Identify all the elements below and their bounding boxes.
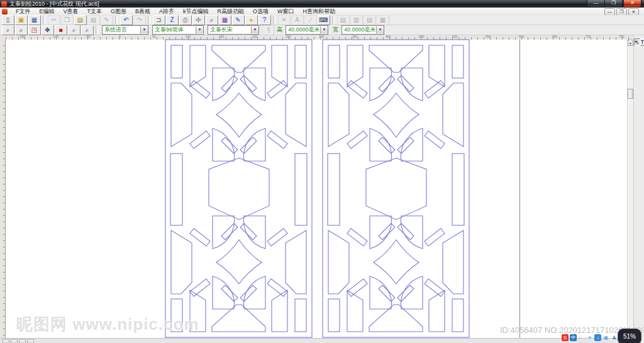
user-icon[interactable]: ♟ bbox=[611, 334, 618, 341]
lattice-panel-1[interactable] bbox=[165, 39, 313, 338]
save-icon: ▦ bbox=[31, 16, 37, 23]
engrave-pen-button[interactable]: ✎ bbox=[232, 15, 245, 25]
copy-button[interactable]: ❐ bbox=[61, 15, 74, 25]
ruler-tick-label: 300 bbox=[319, 35, 324, 38]
zoom-rect-icon: ◳ bbox=[31, 26, 37, 33]
align-justify-icon: ▦ bbox=[380, 16, 386, 23]
open-button[interactable]: ▣ bbox=[15, 15, 28, 25]
help-button[interactable]: ? bbox=[258, 15, 271, 25]
status-mini-button[interactable] bbox=[3, 339, 9, 343]
chevron-down-icon[interactable]: ▼ bbox=[140, 26, 148, 33]
vertical-ruler bbox=[0, 40, 6, 338]
chevron-down-icon[interactable]: ▼ bbox=[376, 26, 384, 33]
mirror-button[interactable]: ✕ bbox=[278, 15, 291, 25]
maximize-button[interactable]: ❐ bbox=[604, 0, 623, 8]
import-button[interactable]: ⊐ bbox=[153, 15, 165, 25]
menu-O选项[interactable]: O选项 bbox=[248, 8, 273, 15]
moon-icon[interactable]: ☾ bbox=[578, 334, 585, 341]
lattice-panel-2[interactable] bbox=[322, 39, 470, 338]
paste-special-button[interactable]: ▧ bbox=[87, 15, 100, 25]
menu-R高级功能[interactable]: R高级功能 bbox=[213, 8, 249, 15]
menu-W窗口[interactable]: W窗口 bbox=[273, 8, 299, 15]
plot-button[interactable]: ✣ bbox=[192, 15, 205, 25]
minimize-button[interactable]: — bbox=[587, 0, 605, 8]
chevron-down-icon[interactable]: ▼ bbox=[196, 26, 203, 33]
tips-bulb-button[interactable]: ● bbox=[245, 15, 258, 25]
toolbar-separator bbox=[115, 16, 118, 24]
width-label: 宽 bbox=[333, 26, 338, 34]
ruler-tick-label: 200 bbox=[252, 35, 257, 38]
zoom-all-button[interactable]: ⌕ bbox=[81, 25, 94, 35]
paste-button[interactable]: ▤ bbox=[74, 15, 87, 25]
menu-H查询和帮助[interactable]: H查询和帮助 bbox=[299, 8, 340, 15]
output-button[interactable]: Z bbox=[166, 15, 179, 25]
menu-A排齐[interactable]: A排齐 bbox=[155, 8, 179, 15]
close-button[interactable]: ✕ bbox=[623, 0, 641, 8]
menu-F文件[interactable]: F文件 bbox=[11, 8, 35, 15]
align-left-icon: ▤ bbox=[340, 16, 346, 23]
format-brush-button[interactable]: ✎ bbox=[101, 15, 113, 25]
select-tool-button[interactable]: ↖ bbox=[634, 38, 640, 46]
menu-V查看[interactable]: V查看 bbox=[59, 8, 83, 15]
undo-icon: ↶ bbox=[123, 16, 128, 23]
align-justify-button[interactable]: ▦ bbox=[377, 15, 389, 25]
scroll-up-button[interactable]: ▲ bbox=[628, 40, 633, 46]
cut-button[interactable]: ✂ bbox=[48, 15, 60, 25]
sogou-icon[interactable]: S bbox=[562, 334, 569, 341]
undo-button[interactable]: ↶ bbox=[120, 15, 133, 25]
align-center-button[interactable]: ▥ bbox=[350, 15, 363, 25]
menu-B表格[interactable]: B表格 bbox=[131, 8, 155, 15]
vertical-scrollbar[interactable]: ▲ ▼ bbox=[627, 40, 633, 338]
ruler-tick-label: 750 bbox=[619, 35, 624, 38]
import-icon: ⊐ bbox=[156, 16, 161, 23]
language-combo[interactable]: 系统语言 ▼ bbox=[102, 25, 148, 35]
status-mini-button[interactable] bbox=[11, 339, 18, 343]
menu-G图形[interactable]: G图形 bbox=[106, 8, 131, 15]
font-style-combo[interactable]: 文泰长宋 ▼ bbox=[208, 25, 259, 35]
save-button[interactable]: ▦ bbox=[28, 15, 41, 25]
menu-E编辑[interactable]: E编辑 bbox=[35, 8, 59, 15]
keyboard-icon: ⌨ bbox=[319, 16, 328, 23]
ruler-tick-label: 350 bbox=[352, 35, 357, 38]
width-combo[interactable]: 40.0000毫米 ▼ bbox=[341, 25, 384, 35]
zoom-out-button[interactable]: ⌕ bbox=[15, 25, 28, 35]
menu-T文本[interactable]: T文本 bbox=[83, 8, 107, 15]
scrollbar-thumb[interactable] bbox=[628, 89, 633, 99]
text-attr-button[interactable]: A bbox=[291, 15, 304, 25]
keyboard-button[interactable]: ⌨ bbox=[318, 15, 330, 25]
chevron-down-icon[interactable]: ▼ bbox=[320, 26, 328, 33]
align-right-button[interactable]: ▤ bbox=[364, 15, 376, 25]
ruler-tick-label: 250 bbox=[286, 35, 291, 38]
chevron-down-icon[interactable]: ▼ bbox=[251, 26, 258, 33]
ruler-tick-label: -50 bbox=[86, 35, 90, 38]
download-icon[interactable]: ↓ bbox=[594, 334, 601, 341]
status-mini-button[interactable] bbox=[27, 339, 34, 343]
screen-button[interactable]: ▦ bbox=[219, 15, 231, 25]
cut-icon: ✂ bbox=[51, 16, 56, 23]
italic-slant-button[interactable]: ∕ bbox=[304, 15, 317, 25]
screen-icon: ▦ bbox=[222, 16, 228, 23]
text-tool-icon: T bbox=[641, 39, 644, 45]
vertical-text-button[interactable]: 刂 bbox=[262, 25, 274, 35]
drawing-canvas[interactable] bbox=[6, 40, 627, 338]
new-button[interactable]: ▯ bbox=[2, 15, 14, 25]
font-combo[interactable]: 文泰98简体 ▼ bbox=[152, 25, 204, 35]
zoom-page-button[interactable]: ⌕ bbox=[68, 25, 80, 35]
image-icon[interactable]: ▣ bbox=[602, 334, 609, 341]
status-mini-button[interactable] bbox=[19, 339, 26, 343]
align-left-button[interactable]: ▤ bbox=[337, 15, 350, 25]
fill-red-button[interactable]: ■ bbox=[55, 25, 67, 35]
pan-button[interactable]: ✥ bbox=[42, 25, 54, 35]
input-method-icon[interactable]: 中 bbox=[570, 334, 577, 341]
print-button[interactable]: ⎙ bbox=[179, 15, 192, 25]
zoom-rect-button[interactable]: ◳ bbox=[28, 25, 41, 35]
menu-k节点编辑[interactable]: k节点编辑 bbox=[179, 8, 213, 15]
height-combo[interactable]: 40.0000毫米 ▼ bbox=[286, 25, 328, 35]
nipic-watermark: 昵图网 www.nipic.com bbox=[16, 313, 199, 335]
spark-icon[interactable]: ✦ bbox=[586, 334, 593, 341]
new-icon: ▯ bbox=[6, 16, 10, 23]
preview-button[interactable]: ⌕ bbox=[206, 15, 218, 25]
text-tool-button[interactable]: T bbox=[640, 38, 644, 46]
zoom-in-button[interactable]: ⌕ bbox=[2, 25, 14, 35]
redo-button[interactable]: ↷ bbox=[133, 15, 146, 25]
